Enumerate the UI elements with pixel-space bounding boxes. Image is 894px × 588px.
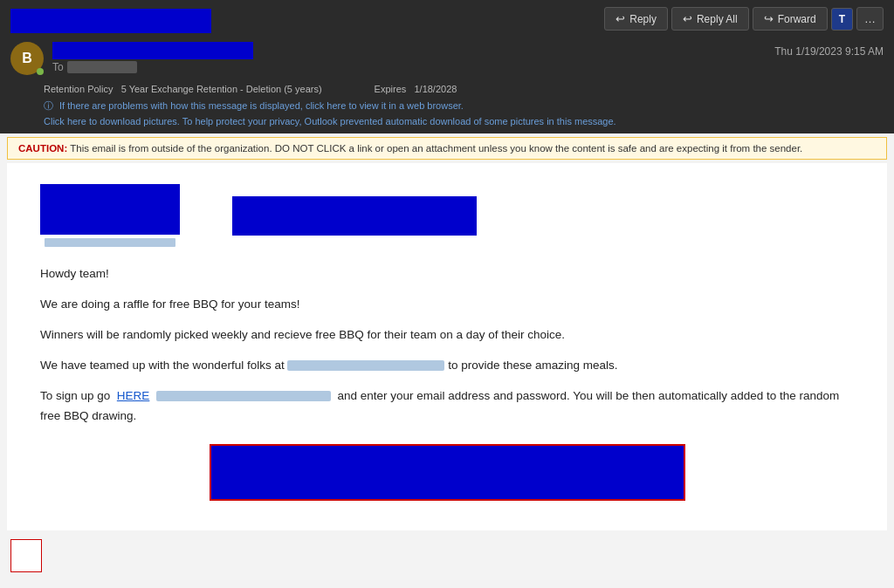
partner-logo-image xyxy=(232,196,477,236)
email-toolbar: ↩ Reply ↩ Reply All ↪ Forward T … xyxy=(0,0,894,38)
retention-bar: Retention Policy 5 Year Exchange Retenti… xyxy=(0,82,894,96)
teams-button[interactable]: T xyxy=(831,8,853,31)
here-link[interactable]: HERE xyxy=(117,389,150,402)
caution-label: CAUTION: xyxy=(18,143,67,154)
reply-label: Reply xyxy=(629,13,657,25)
avatar-letter: B xyxy=(22,51,32,66)
sender-logo-subtitle xyxy=(45,238,175,247)
sender-logo-block xyxy=(40,184,180,247)
toolbar-right: ↩ Reply ↩ Reply All ↪ Forward T … xyxy=(604,7,884,31)
body-header-images xyxy=(40,184,854,247)
sender-left: B To xyxy=(10,42,253,75)
view-in-browser-link[interactable]: If there are problems with how this mess… xyxy=(59,100,464,111)
reply-all-button[interactable]: ↩ Reply All xyxy=(671,7,749,31)
sender-to-row: To xyxy=(52,61,253,73)
reply-all-arrow-icon: ↩ xyxy=(683,12,692,25)
sender-to-value xyxy=(67,61,137,73)
redacted-image-block xyxy=(210,444,685,501)
forward-label: Forward xyxy=(778,13,816,25)
avatar-wrap: B xyxy=(10,42,44,75)
sender-row: B To Thu 1/19/2023 9:15 AM xyxy=(0,38,894,82)
para3-prefix: We have teamed up with the wonderful fol… xyxy=(40,359,285,372)
sender-details: To xyxy=(52,42,253,73)
bottom-white-square xyxy=(10,539,42,572)
blurred-company-name xyxy=(287,360,444,371)
to-label: To xyxy=(52,61,64,73)
teams-icon: T xyxy=(839,13,845,25)
more-icon: … xyxy=(864,12,876,25)
more-actions-button[interactable]: … xyxy=(856,7,884,31)
reply-button[interactable]: ↩ Reply xyxy=(604,7,668,31)
info-bar: ⓘ If there are problems with how this me… xyxy=(0,96,894,133)
forward-arrow-icon: ↪ xyxy=(764,12,774,25)
greeting-para: Howdy team! xyxy=(40,264,854,284)
email-body: Howdy team! We are doing a raffle for fr… xyxy=(14,167,880,527)
reply-all-label: Reply All xyxy=(697,13,738,25)
sender-logo-image xyxy=(40,184,180,235)
email-timestamp: Thu 1/19/2023 9:15 AM xyxy=(774,42,884,58)
caution-banner: CAUTION: This email is from outside of t… xyxy=(7,137,887,160)
para4: To sign up go HERE and enter your email … xyxy=(40,386,854,427)
para3-suffix: to provide these amazing meals. xyxy=(448,359,617,372)
info-line1: ⓘ If there are problems with how this me… xyxy=(44,99,884,114)
online-status-dot xyxy=(37,68,44,75)
body-text: Howdy team! We are doing a raffle for fr… xyxy=(40,264,854,427)
para3: We have teamed up with the wonderful fol… xyxy=(40,356,854,376)
email-subject-bar xyxy=(10,9,211,33)
blurred-url xyxy=(156,391,331,401)
caution-text: This email is from outside of the organi… xyxy=(70,143,802,154)
forward-button[interactable]: ↪ Forward xyxy=(753,7,828,31)
para4-prefix: To sign up go xyxy=(40,389,110,402)
reply-arrow-icon: ↩ xyxy=(615,12,625,25)
retention-policy-label: Retention Policy 5 Year Exchange Retenti… xyxy=(44,84,322,94)
download-pictures-link[interactable]: Click here to download pictures. To help… xyxy=(44,116,616,126)
para1: We are doing a raffle for free BBQ for y… xyxy=(40,295,854,315)
para2: Winners will be randomly picked weekly a… xyxy=(40,325,854,345)
email-body-container: Howdy team! We are doing a raffle for fr… xyxy=(7,163,887,530)
expires-info: Expires 1/18/2028 xyxy=(375,84,457,94)
info-line2: Click here to download pictures. To help… xyxy=(44,114,884,130)
sender-name-bar xyxy=(52,42,253,59)
